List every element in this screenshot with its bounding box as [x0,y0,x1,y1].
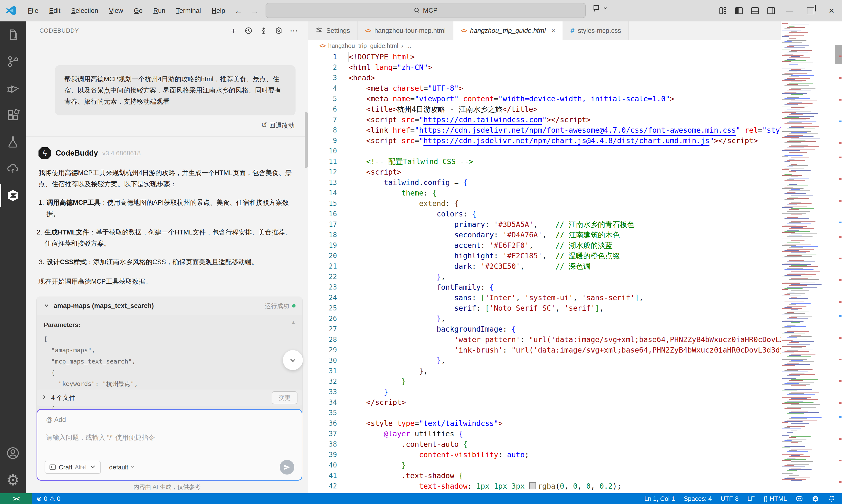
tab-styles-mcp[interactable]: # styles-mcp.css [563,21,629,40]
settings-gear-icon[interactable]: ⚙ [0,467,26,493]
scroll-to-bottom-button[interactable] [283,350,303,370]
codebuddy-sidebar-icon[interactable] [0,182,26,209]
code-line[interactable]: 12 <script> [308,167,781,177]
code-line[interactable]: 19 accent: '#E6F2F0', // 湖水般的淡蓝 [308,240,781,251]
close-tab-icon[interactable]: × [551,27,555,35]
tab-hangzhou-tour-mcp[interactable]: <> hangzhou-tour-mcp.html [358,21,454,40]
code-line[interactable]: 21 dark: '#2C3E50', // 深色调 [308,261,781,271]
code-line[interactable]: 6 <title>杭州4日游攻略 - 江南水乡之旅</title> [308,104,781,114]
menu-view[interactable]: View [104,7,128,15]
eol[interactable]: LF [743,493,759,504]
code-line[interactable]: 10 [308,146,781,156]
indentation[interactable]: Spaces: 4 [679,493,716,504]
tool-card-header[interactable]: amap-maps (maps_text_search) 运行成功 [37,297,302,315]
explorer-icon[interactable] [0,21,26,48]
code-line[interactable]: 31 }, [308,366,781,376]
code-line[interactable]: 33 } [308,386,781,397]
back-arrow-icon[interactable]: ← [230,6,247,16]
copilot-menu[interactable] [593,4,608,12]
history-icon[interactable] [241,24,256,37]
code-line[interactable]: 34 </script> [308,397,781,408]
language-mode[interactable]: {}HTML [759,493,791,504]
menu-go[interactable]: Go [128,7,148,15]
codebuddy-status-icon[interactable] [807,493,824,504]
code-line[interactable]: 32 } [308,376,781,386]
remote-explorer-icon[interactable] [0,155,26,182]
minimap[interactable] [781,21,842,493]
send-button[interactable] [280,460,294,474]
scroll-up-arrow-icon[interactable]: ▲ [291,319,296,326]
code-line[interactable]: 7 <script src="https://cdn.tailwindcss.c… [308,114,781,125]
code-line[interactable]: 2<html lang="zh-CN"> [308,62,781,73]
testing-icon[interactable] [0,129,26,155]
code-line[interactable]: 4 <meta charset="UTF-8"> [308,83,781,93]
source-control-icon[interactable] [0,48,26,75]
code-editor[interactable]: 1<!DOCTYPE html>2<html lang="zh-CN">3<he… [308,52,781,493]
code-line[interactable]: 42 text-shadow: 1px 1px 3px rgba(0, 0, 0… [308,481,781,491]
command-center-search[interactable]: MCP [266,3,586,18]
tab-hangzhou-trip-guide[interactable]: <> hangzhou_trip_guide.html × [453,21,563,40]
menu-selection[interactable]: Selection [66,7,104,15]
extensions-icon[interactable] [0,102,26,129]
code-line[interactable]: 24 sans: ['Inter', 'system-ui', 'sans-se… [308,292,781,303]
new-chat-icon[interactable]: ＋ [226,24,241,37]
mcp-tools-icon[interactable] [256,24,271,37]
code-line[interactable]: 28 'water-pattern': "url('data:image/svg… [308,334,781,345]
toggle-secondary-sidebar-icon[interactable] [763,0,779,21]
code-line[interactable]: 18 secondary: '#D4A76A', // 江南建筑的木色 [308,230,781,240]
accounts-icon[interactable] [0,440,26,467]
code-line[interactable]: 27 backgroundImage: { [308,324,781,334]
code-line[interactable]: 29 'ink-brush': "url('data:image/svg+xml… [308,345,781,355]
code-line[interactable]: 5 <meta name="viewport" content="width=d… [308,93,781,104]
copilot-status-icon[interactable] [791,493,807,504]
chat-input-box[interactable]: @ Add 请输入问题，或输入 "/" 使用便捷指令 Craft Alt+I d… [37,409,302,481]
code-line[interactable]: 1<!DOCTYPE html> [308,52,781,62]
notifications-bell-icon[interactable] [824,493,842,504]
code-line[interactable]: 20 highlight: '#F2C185', // 温暖的橙色点缀 [308,251,781,261]
customize-layout-icon[interactable] [715,0,731,21]
cursor-position[interactable]: Ln 1, Col 1 [640,493,679,504]
craft-mode-selector[interactable]: Craft Alt+I [45,461,101,474]
code-line[interactable]: 16 colors: { [308,209,781,219]
assistant-settings-icon[interactable] [271,24,286,37]
menu-terminal[interactable]: Terminal [171,7,206,15]
code-line[interactable]: 25 serif: ['Noto Serif SC', 'serif'], [308,303,781,313]
code-line[interactable]: 13 tailwind.config = { [308,177,781,188]
code-line[interactable]: 14 theme: { [308,188,781,198]
code-line[interactable]: 23 fontFamily: { [308,282,781,292]
changes-button[interactable]: 变更 [271,391,297,404]
code-line[interactable]: 40 } [308,460,781,470]
encoding[interactable]: UTF-8 [716,493,743,504]
code-line[interactable]: 35 [308,408,781,418]
code-line[interactable]: 37 @layer utilities { [308,429,781,439]
code-line[interactable]: 30 }, [308,355,781,366]
chat-scrollbar[interactable] [305,112,308,168]
forward-arrow-icon[interactable]: → [247,6,263,16]
code-line[interactable]: 43 } [308,491,781,493]
menu-run[interactable]: Run [148,7,171,15]
minimize-button[interactable]: — [779,0,800,21]
changed-files-bar[interactable]: 4 个文件 变更 [37,390,302,406]
add-context-button[interactable]: @ Add [46,416,66,424]
undo-changes-button[interactable]: ↺回退改动 [26,121,295,130]
code-line[interactable]: 15 extend: { [308,198,781,209]
code-line[interactable]: 36 <style type="text/tailwindcss"> [308,418,781,429]
minimap-slider[interactable] [835,45,842,64]
code-line[interactable]: 41 .text-shadow { [308,470,781,481]
code-line[interactable]: 22 }, [308,271,781,282]
model-selector[interactable]: default [109,464,135,471]
remote-indicator[interactable]: >< [0,493,32,504]
close-button[interactable]: ✕ [821,0,842,21]
toggle-primary-sidebar-icon[interactable] [731,0,747,21]
problems-indicator[interactable]: ⊗0 ⚠0 [32,493,65,504]
code-line[interactable]: 26 }, [308,313,781,324]
code-line[interactable]: 3<head> [308,73,781,83]
code-line[interactable]: 8 <link href="https://cdn.jsdelivr.net/n… [308,125,781,136]
tab-settings[interactable]: Settings [308,21,358,40]
toggle-panel-icon[interactable] [747,0,763,21]
breadcrumb[interactable]: <> hangzhou_trip_guide.html › ... [308,40,842,52]
more-actions-icon[interactable]: ⋯ [286,24,301,37]
restore-button[interactable] [800,0,821,21]
code-line[interactable]: 11 <!-- 配置Tailwind CSS --> [308,156,781,167]
code-line[interactable]: 9 <script src="https://cdn.jsdelivr.net/… [308,136,781,146]
